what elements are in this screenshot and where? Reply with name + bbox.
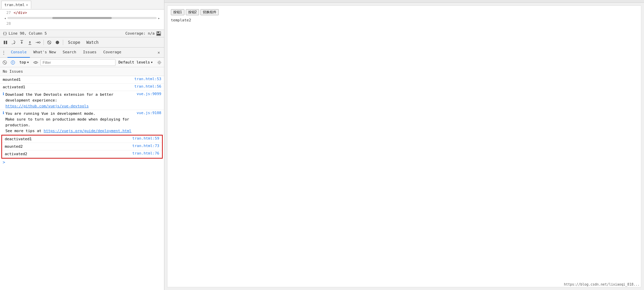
btn-1[interactable]: 按钮1 (171, 9, 184, 15)
levels-label: Default levels (119, 60, 150, 65)
browser-toolbar (164, 0, 644, 3)
scroll-thumb[interactable] (52, 17, 112, 19)
scroll-track[interactable] (7, 17, 157, 19)
tab-whats-new[interactable]: What's New (30, 48, 59, 58)
devtools-panel: tran.html × 27 </div> ◂ ▸ 28 {} Line 90,… (0, 0, 164, 290)
context-chevron: ▾ (27, 60, 29, 65)
svg-point-19 (56, 41, 59, 44)
scroll-left-arrow[interactable]: ◂ (3, 16, 7, 20)
filter-input[interactable] (40, 59, 115, 66)
step-out-btn[interactable] (26, 39, 33, 46)
console-text-devtools: Download the Vue Devtools extension for … (5, 92, 137, 109)
browser-buttons-row: 按钮1 按钮2 切换组件 (171, 9, 638, 15)
scope-tab[interactable]: Scope (65, 39, 83, 46)
svg-rect-1 (157, 32, 159, 33)
console-row-activated1: activated1 tran.html:56 (0, 84, 164, 91)
prompt-cursor[interactable] (6, 160, 74, 165)
btn-2[interactable]: 按钮2 (186, 9, 199, 15)
status-position: Line 90, Column 5 (8, 31, 47, 36)
console-link-activated1[interactable]: tran.html:56 (135, 84, 161, 89)
status-left: {} Line 90, Column 5 (3, 31, 47, 36)
console-link-deactivated1[interactable]: tran.html:59 (132, 136, 159, 141)
levels-chevron: ▾ (150, 60, 153, 65)
deploy-link[interactable]: https://vuejs.org/guide/deployment.html (44, 129, 131, 133)
filter-bar: top ▾ Default levels ▾ (0, 58, 164, 67)
prompt-arrow: > (3, 160, 5, 165)
pause-btn[interactable] (2, 39, 9, 46)
eye-btn[interactable] (32, 59, 39, 66)
console-link-vue-dev[interactable]: vue.js:9108 (137, 111, 161, 115)
console-text-vue-dev: You are running Vue in development mode.… (5, 111, 137, 134)
code-line-28: 28 (0, 20, 164, 26)
console-link-mounted2[interactable]: tran.html:73 (132, 144, 159, 148)
context-selector[interactable]: top ▾ (18, 59, 31, 65)
status-bar: {} Line 90, Column 5 Coverage: n/a (0, 30, 164, 37)
svg-marker-14 (38, 41, 39, 43)
svg-point-25 (35, 61, 36, 63)
svg-point-24 (13, 63, 13, 64)
console-text-activated2: activated2 (5, 151, 132, 157)
no-issues-bar: No Issues (0, 67, 164, 76)
console-link-activated2[interactable]: tran.html:76 (132, 151, 159, 156)
gear-btn[interactable] (156, 59, 163, 66)
console-tabs-bar: ⋮ Console What's New Search Issues Cover… (0, 48, 164, 58)
console-prompt: > (0, 159, 164, 166)
context-value: top (19, 60, 26, 65)
browser-inner: 按钮1 按钮2 切换组件 template2 (167, 6, 641, 26)
svg-marker-8 (21, 42, 23, 44)
three-dots-menu[interactable]: ⋮ (1, 50, 6, 55)
console-link-devtools[interactable]: vue.js:9099 (137, 92, 161, 96)
svg-marker-11 (29, 41, 31, 42)
tab-coverage[interactable]: Coverage (100, 48, 125, 58)
console-row-activated2: activated2 tran.html:76 (2, 150, 162, 158)
console-text-mounted2: mounted2 (5, 144, 132, 149)
save-icon[interactable] (156, 31, 161, 36)
editor-area: 27 </div> ◂ ▸ 28 (0, 10, 164, 30)
console-text-mounted1: mounted1 (3, 77, 135, 83)
info-icon: ℹ (3, 92, 4, 96)
step-over-btn[interactable] (10, 39, 17, 46)
svg-line-21 (4, 61, 6, 64)
step-into-btn[interactable] (18, 39, 25, 46)
toolbar-sep1 (43, 40, 44, 45)
console-row-vue-dev: ℹ You are running Vue in development mod… (0, 110, 164, 135)
console-row-devtools: ℹ Download the Vue Devtools extension fo… (0, 91, 164, 110)
tab-bar: tran.html × (0, 0, 164, 10)
levels-selector[interactable]: Default levels ▾ (117, 59, 155, 65)
scroll-right-arrow[interactable]: ▸ (157, 16, 161, 20)
line-number-27: 27 (3, 11, 11, 15)
tab-search[interactable]: Search (59, 48, 80, 58)
code-line-27: 27 </div> (0, 10, 164, 16)
svg-rect-3 (4, 41, 5, 44)
step-arrows-btn[interactable] (35, 39, 41, 46)
tab-console[interactable]: Console (7, 48, 30, 58)
horizontal-scrollbar[interactable]: ◂ ▸ (0, 16, 164, 20)
something-btn[interactable] (10, 59, 16, 66)
status-right: Coverage: n/a (125, 31, 161, 36)
stop-btn[interactable] (54, 39, 61, 46)
console-close-btn[interactable]: × (155, 50, 163, 55)
file-tab[interactable]: tran.html × (1, 1, 31, 9)
console-row-deactivated1: deactivated1 tran.html:59 (2, 135, 162, 143)
tab-close-btn[interactable]: × (26, 3, 28, 7)
toolbar-sep2 (63, 40, 63, 45)
clear-console-btn[interactable] (1, 59, 8, 66)
scope-watch-tabs: Scope Watch (65, 39, 101, 46)
svg-point-26 (159, 61, 160, 63)
no-issues-label: No Issues (3, 69, 23, 74)
devtools-link[interactable]: https://github.com/vuejs/vue-devtools (5, 104, 89, 108)
btn-switch[interactable]: 切换组件 (200, 9, 219, 15)
watch-tab[interactable]: Watch (84, 39, 101, 46)
console-row-mounted1: mounted1 tran.html:53 (0, 76, 164, 84)
code-text-27: </div> (14, 11, 27, 15)
debugger-toolbar: Scope Watch (0, 37, 164, 48)
info-icon2: ℹ (3, 111, 4, 115)
braces-icon[interactable]: {} (3, 31, 7, 36)
status-url: https://blog.csdn.net/lixiaoqi_818... (564, 283, 640, 286)
console-text-activated1: activated1 (3, 84, 135, 90)
deactivate-btn[interactable] (46, 39, 53, 46)
console-output: mounted1 tran.html:53 activated1 tran.ht… (0, 76, 164, 290)
line-number-28: 28 (3, 21, 11, 26)
console-link-mounted1[interactable]: tran.html:53 (135, 77, 161, 81)
tab-issues[interactable]: Issues (79, 48, 100, 58)
